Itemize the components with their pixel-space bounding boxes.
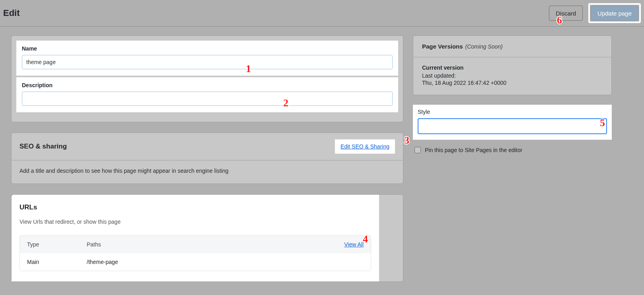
urls-card: URLs View Urls that redirect, or show th… [11, 194, 403, 282]
basic-info-card: Name Description [11, 35, 403, 122]
urls-heading: URLs [19, 203, 371, 211]
pin-checkbox[interactable] [414, 147, 421, 153]
update-page-button[interactable]: Update page [591, 6, 638, 21]
last-updated-value: Thu, 18 Aug 2022 16:47:42 +0000 [422, 80, 603, 86]
row-type: Main [27, 259, 87, 265]
seo-heading: SEO & sharing [19, 143, 67, 150]
style-label: Style [418, 109, 607, 115]
versions-heading: Page Versions [422, 43, 463, 50]
seo-note: Add a title and description to see how t… [12, 160, 403, 184]
urls-table: Type Paths View All Main /theme-page [19, 235, 371, 271]
style-select[interactable] [418, 118, 607, 134]
content-area: Name Description SEO & sharing Edit SEO … [0, 27, 644, 291]
col-type-header: Type [27, 241, 87, 248]
versions-body: Current version Last updated: Thu, 18 Au… [413, 57, 611, 95]
edit-seo-link[interactable]: Edit SEO & Sharing [340, 143, 389, 150]
current-version-label: Current version [422, 64, 603, 71]
versions-coming-soon: (Coming Soon) [465, 43, 503, 50]
urls-table-head: Type Paths View All [20, 236, 371, 253]
topbar-actions: Discard Update page [549, 3, 641, 23]
description-input[interactable] [22, 92, 393, 106]
last-updated-label: Last updated: [422, 72, 603, 79]
name-input[interactable] [22, 55, 393, 69]
urls-subtext: View Urls that redirect, or show this pa… [19, 219, 371, 225]
seo-card: SEO & sharing Edit SEO & Sharing Add a t… [11, 133, 403, 184]
urls-inner: URLs View Urls that redirect, or show th… [12, 195, 379, 281]
view-all-link[interactable]: View All [344, 241, 364, 248]
discard-button[interactable]: Discard [549, 6, 583, 21]
topbar: Edit Discard Update page [0, 0, 644, 27]
style-block: Style [413, 105, 612, 140]
versions-card: Page Versions (Coming Soon) Current vers… [413, 35, 612, 95]
name-block: Name [16, 41, 398, 76]
name-label: Name [22, 45, 393, 52]
pin-label: Pin this page to Site Pages in the edito… [425, 147, 522, 153]
right-column: Page Versions (Coming Soon) Current vers… [413, 35, 612, 282]
update-button-highlight: Update page [588, 3, 641, 23]
description-block: Description [16, 77, 398, 112]
table-row: Main /theme-page [20, 253, 371, 271]
col-paths-header: Paths [87, 241, 332, 248]
left-column: Name Description SEO & sharing Edit SEO … [11, 35, 403, 282]
edit-seo-link-box: Edit SEO & Sharing [335, 139, 395, 154]
seo-head: SEO & sharing Edit SEO & Sharing [12, 133, 403, 160]
pin-row: Pin this page to Site Pages in the edito… [413, 147, 612, 153]
row-path: /theme-page [87, 259, 332, 265]
page-title: Edit [3, 8, 20, 18]
description-label: Description [22, 82, 393, 88]
versions-head: Page Versions (Coming Soon) [413, 36, 611, 57]
